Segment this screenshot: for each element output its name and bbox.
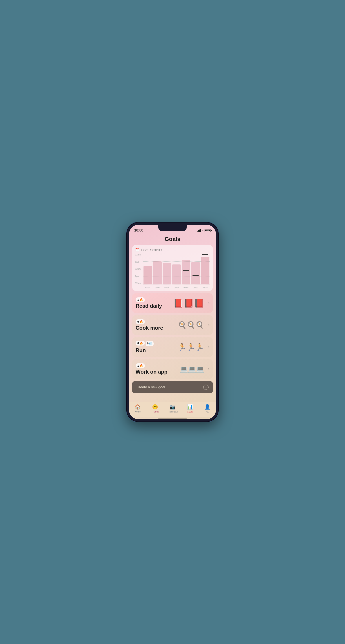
bar-column <box>163 254 171 284</box>
tab-goals-label: Goals <box>187 410 193 413</box>
chart-y-label: 12pm <box>135 268 141 270</box>
goal-card-left: 0 🔥 0 💨 Run <box>136 341 154 354</box>
tab-home[interactable]: 🏠 Home <box>129 404 146 413</box>
chart-x-label: 08/07 <box>174 287 179 289</box>
you-icon: 👤 <box>204 404 210 410</box>
calendar-icon: 📅 <box>135 248 140 252</box>
tab-bar: 🏠 Home 😊 Friends 📷 Track goal 📊 Goals 👤 … <box>129 402 216 417</box>
goal-card-left: 0 🔥 Cook more <box>136 319 163 331</box>
chevron-right-icon: › <box>208 323 209 328</box>
goal-streak-badge: 1 🔥 <box>136 363 145 368</box>
goal-streak-badge: 1 🔥 <box>136 298 145 302</box>
goal-card-work-on-app[interactable]: 1 🔥 Work on app 💻💻💻 › <box>132 359 213 379</box>
chart-x-label: 08/04 <box>145 287 150 289</box>
bar-column <box>191 254 200 284</box>
chart-x-label: 08/09 <box>193 287 198 289</box>
create-goal-button[interactable]: Create a new goal + <box>132 381 213 394</box>
sub-count: 0 <box>147 342 149 345</box>
goal-card-left: 1 🔥 Work on app <box>136 363 167 375</box>
tab-track-goal[interactable]: 📷 Track goal <box>164 404 181 413</box>
bar-column <box>182 254 190 284</box>
chart-x-label: 08/05 <box>155 287 160 289</box>
wind-icon: 💨 <box>149 342 152 345</box>
chart-area: 12am 6am 12pm 6pm 12am <box>135 254 210 289</box>
status-icons: ≈ 100 <box>197 229 211 232</box>
goal-name: Cook more <box>136 325 163 331</box>
goal-name: Read daily <box>136 303 162 309</box>
phone-frame: 10:00 ≈ 100 Goals <box>126 222 219 422</box>
goal-card-read-daily[interactable]: 1 🔥 Read daily 📕📕📕 › <box>132 293 213 313</box>
goal-name: Run <box>136 347 154 354</box>
goal-card-left: 1 🔥 Read daily <box>136 298 162 309</box>
chart-x-labels: 08/04 08/05 08/06 08/07 08/08 08/09 08/1… <box>143 287 210 289</box>
tab-track-goal-label: Track goal <box>167 410 178 413</box>
goal-emojis: 💻💻💻 <box>180 365 204 373</box>
signal-bars-icon <box>197 229 201 232</box>
tab-goals[interactable]: 📊 Goals <box>181 404 199 413</box>
streak-count: 1 <box>137 364 139 367</box>
chart-bars <box>143 254 210 284</box>
chart-y-label: 12am <box>135 254 141 256</box>
camera-icon: 📷 <box>170 404 176 410</box>
goal-emojis: 🍳🍳🍳 <box>178 321 204 329</box>
activity-title: YOUR ACTIVITY <box>141 249 162 251</box>
goals-icon: 📊 <box>187 404 193 410</box>
tab-you-label: You <box>205 410 209 413</box>
chart-x-label: 08/08 <box>183 287 189 289</box>
bar-column <box>172 254 181 284</box>
notch <box>158 225 187 231</box>
home-icon: 🏠 <box>135 404 141 410</box>
activity-header: 📅 YOUR ACTIVITY <box>135 248 210 252</box>
goal-streak-badge: 0 🔥 <box>136 319 145 324</box>
friends-icon: 😊 <box>152 404 158 410</box>
chevron-right-icon: › <box>208 301 209 306</box>
chevron-right-icon: › <box>208 345 209 350</box>
create-goal-plus-icon: + <box>203 384 209 390</box>
tab-friends-label: Friends <box>151 410 159 413</box>
goal-sub-badge: 0 💨 <box>146 341 154 346</box>
status-time: 10:00 <box>134 228 143 232</box>
goal-card-run[interactable]: 0 🔥 0 💨 Run 🏃🏃🏃 › <box>132 337 213 357</box>
streak-count: 1 <box>137 298 139 301</box>
goal-card-cook-more[interactable]: 0 🔥 Cook more 🍳🍳🍳 › <box>132 315 213 335</box>
fire-icon: 🔥 <box>140 298 143 301</box>
bar-column <box>144 254 152 284</box>
goal-name: Work on app <box>136 369 167 375</box>
wifi-icon: ≈ <box>202 229 203 232</box>
streak-count: 0 <box>137 342 139 345</box>
bar-column <box>201 254 209 284</box>
tab-home-label: Home <box>135 410 141 413</box>
scroll-content: 📅 YOUR ACTIVITY 12am 6am 12pm 6pm 12am <box>129 245 216 402</box>
chart-x-label: 08/06 <box>164 287 169 289</box>
chart-x-label: 08/10 <box>203 287 208 289</box>
goal-emojis: 📕📕📕 <box>173 298 204 308</box>
tab-friends[interactable]: 😊 Friends <box>146 404 164 413</box>
fire-icon: 🔥 <box>140 342 143 345</box>
chart-y-label: 6pm <box>135 275 141 278</box>
chart-y-labels: 12am 6am 12pm 6pm 12am <box>135 254 141 284</box>
page-title: Goals <box>129 234 216 245</box>
goal-emojis: 🏃🏃🏃 <box>178 343 204 351</box>
create-goal-label: Create a new goal <box>136 385 165 389</box>
battery-icon: 100 <box>205 229 211 232</box>
chevron-right-icon: › <box>208 367 209 372</box>
chart-y-label: 12am <box>135 282 141 284</box>
fire-icon: 🔥 <box>140 320 143 323</box>
tab-you[interactable]: 👤 You <box>199 404 216 413</box>
chart-y-label: 6am <box>135 261 141 263</box>
home-indicator <box>158 418 187 419</box>
phone-screen: 10:00 ≈ 100 Goals <box>129 225 216 419</box>
fire-icon: 🔥 <box>140 364 143 367</box>
streak-count: 0 <box>137 320 139 323</box>
goal-streak-badge: 0 🔥 <box>136 341 145 346</box>
bar-column <box>153 254 162 284</box>
activity-card: 📅 YOUR ACTIVITY 12am 6am 12pm 6pm 12am <box>132 245 213 291</box>
